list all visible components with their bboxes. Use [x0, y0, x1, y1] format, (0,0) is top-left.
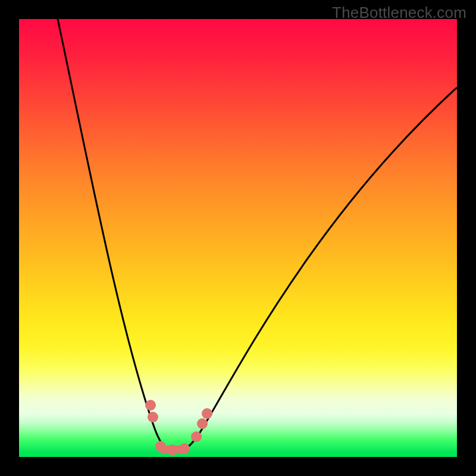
chart-frame: TheBottleneck.com: [0, 0, 476, 476]
marker-6: [197, 418, 208, 429]
marker-1: [148, 412, 158, 422]
marker-0: [145, 400, 156, 411]
marker-2: [155, 441, 166, 452]
marker-5: [191, 431, 202, 442]
bottleneck-curve: [58, 19, 457, 452]
plot-area: [19, 19, 457, 457]
curve-layer: [19, 19, 457, 457]
watermark-text: TheBottleneck.com: [332, 4, 466, 22]
marker-3: [167, 444, 178, 455]
marker-7: [202, 408, 212, 419]
marker-4: [179, 443, 190, 454]
